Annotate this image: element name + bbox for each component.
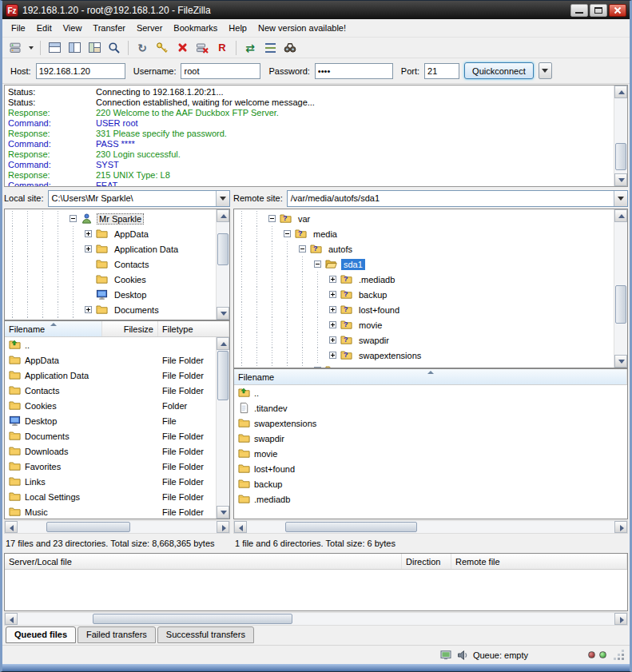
scroll-thumb[interactable] [93, 614, 292, 624]
menu-view[interactable]: View [58, 21, 88, 35]
tree-item[interactable]: movie [234, 317, 613, 332]
expand-icon[interactable] [314, 367, 321, 368]
file-row[interactable]: Application DataFile Folder [5, 368, 215, 383]
tree-item[interactable]: swapdir [234, 332, 613, 348]
expand-icon[interactable] [329, 321, 336, 328]
tab-queued-files[interactable]: Queued files [6, 626, 76, 643]
remote-tree-vertical-scrollbar[interactable] [614, 209, 627, 368]
scroll-up-icon[interactable] [614, 85, 627, 98]
tree-item[interactable]: media [234, 226, 613, 241]
host-input[interactable] [36, 63, 125, 79]
scroll-up-icon[interactable] [217, 209, 229, 222]
file-row[interactable]: swapdir [234, 431, 627, 446]
collapse-icon[interactable] [314, 260, 321, 268]
tree-item[interactable]: swapextensions [234, 348, 613, 363]
file-row[interactable]: LinksFile Folder [5, 474, 215, 489]
scroll-up-icon[interactable] [614, 209, 627, 222]
column-header-filesize[interactable]: Filesize [102, 321, 158, 336]
expand-icon[interactable] [85, 245, 92, 252]
scroll-down-icon[interactable] [217, 506, 229, 519]
expand-icon[interactable] [329, 306, 336, 313]
quickconnect-dropdown-icon[interactable] [539, 62, 552, 79]
chevron-down-icon[interactable] [614, 191, 627, 206]
expand-icon[interactable] [329, 336, 336, 344]
file-row[interactable]: .titandev [234, 400, 627, 416]
file-row[interactable]: Local SettingsFile Folder [5, 489, 215, 504]
filename-filters-icon[interactable] [105, 39, 124, 57]
scroll-thumb[interactable] [285, 522, 417, 532]
toggle-message-log-button[interactable] [45, 39, 64, 57]
scroll-right-icon[interactable] [217, 521, 229, 533]
file-row[interactable]: .. [5, 337, 215, 352]
remote-horizontal-scrollbar[interactable] [233, 520, 628, 534]
queue-body[interactable] [5, 570, 627, 610]
file-row[interactable]: DownloadsFile Folder [5, 443, 215, 459]
minimize-button[interactable] [570, 4, 588, 17]
menu-help[interactable]: Help [223, 21, 252, 35]
directory-comparison-icon[interactable] [260, 39, 280, 57]
expand-icon[interactable] [85, 230, 92, 237]
file-row[interactable]: backup [234, 476, 627, 491]
file-row[interactable]: movie [234, 446, 627, 461]
tree-item[interactable]: dvd [234, 363, 613, 368]
file-row[interactable]: DocumentsFile Folder [5, 428, 215, 443]
process-queue-icon[interactable] [153, 39, 172, 57]
column-header-filename[interactable]: Filename [234, 369, 627, 384]
scroll-right-icon[interactable] [614, 613, 627, 625]
file-row[interactable]: lost+found [234, 461, 627, 476]
site-manager-button[interactable] [6, 39, 25, 57]
tree-item[interactable]: Desktop [5, 287, 215, 302]
local-tree-vertical-scrollbar[interactable] [216, 209, 229, 320]
toggle-remote-tree-button[interactable] [85, 39, 104, 57]
column-header-filetype[interactable]: Filetype [158, 321, 229, 336]
tree-item[interactable]: lost+found [234, 302, 613, 317]
remote-site-combo[interactable]: /var/media/autofs/sda1 [287, 190, 628, 207]
scroll-thumb[interactable] [217, 351, 229, 400]
tree-item[interactable]: backup [234, 287, 613, 302]
scroll-thumb[interactable] [217, 233, 229, 265]
expand-icon[interactable] [85, 306, 92, 313]
scroll-right-icon[interactable] [614, 521, 627, 533]
file-row[interactable]: ContactsFile Folder [5, 383, 215, 398]
menu-edit[interactable]: Edit [31, 21, 58, 35]
scroll-down-icon[interactable] [217, 307, 229, 320]
collapse-icon[interactable] [284, 230, 291, 237]
file-row[interactable]: FavoritesFile Folder [5, 459, 215, 474]
file-row[interactable]: MusicFile Folder [5, 504, 215, 519]
column-header-server-local-file[interactable]: Server/Local file [5, 554, 402, 569]
tree-item[interactable]: autofs [234, 241, 613, 256]
local-site-combo[interactable]: C:\Users\Mr Sparkle\ [48, 190, 230, 207]
collapse-icon[interactable] [268, 215, 276, 222]
new-version-notice[interactable]: New version available! [252, 21, 352, 35]
tree-item[interactable]: Contacts [5, 256, 215, 272]
tab-successful-transfers[interactable]: Successful transfers [157, 626, 254, 643]
log-vertical-scrollbar[interactable] [614, 85, 627, 186]
file-row[interactable]: AppDataFile Folder [5, 352, 215, 368]
password-input[interactable] [315, 63, 393, 79]
refresh-button[interactable]: ↻ [133, 39, 152, 57]
reconnect-icon[interactable]: R [213, 39, 232, 57]
synchronized-browsing-icon[interactable]: ⇄ [240, 39, 260, 57]
close-button[interactable] [609, 4, 626, 17]
column-header-filename[interactable]: Filename [5, 321, 102, 336]
expand-icon[interactable] [329, 276, 336, 283]
file-row[interactable]: .. [234, 385, 627, 400]
column-header-remote-file[interactable]: Remote file [451, 554, 627, 569]
column-header-direction[interactable]: Direction [402, 554, 451, 569]
toggle-local-tree-button[interactable] [65, 39, 84, 57]
disconnect-icon[interactable] [193, 39, 212, 57]
directory-comparison-status-icon[interactable] [439, 649, 453, 662]
chevron-down-icon[interactable] [216, 191, 229, 206]
local-list-vertical-scrollbar[interactable] [216, 337, 229, 519]
scroll-left-icon[interactable] [5, 613, 18, 625]
find-files-icon[interactable] [280, 39, 300, 57]
expand-icon[interactable] [329, 291, 336, 298]
tree-item[interactable]: var [234, 211, 613, 226]
tree-item[interactable]: Cookies [5, 272, 215, 287]
scroll-up-icon[interactable] [217, 337, 229, 350]
resize-grip[interactable] [613, 649, 625, 661]
file-row[interactable]: swapextensions [234, 416, 627, 431]
tree-item[interactable]: Mr Sparkle [5, 211, 215, 226]
speaker-icon[interactable] [456, 649, 470, 662]
tree-item[interactable]: Documents [5, 302, 215, 317]
